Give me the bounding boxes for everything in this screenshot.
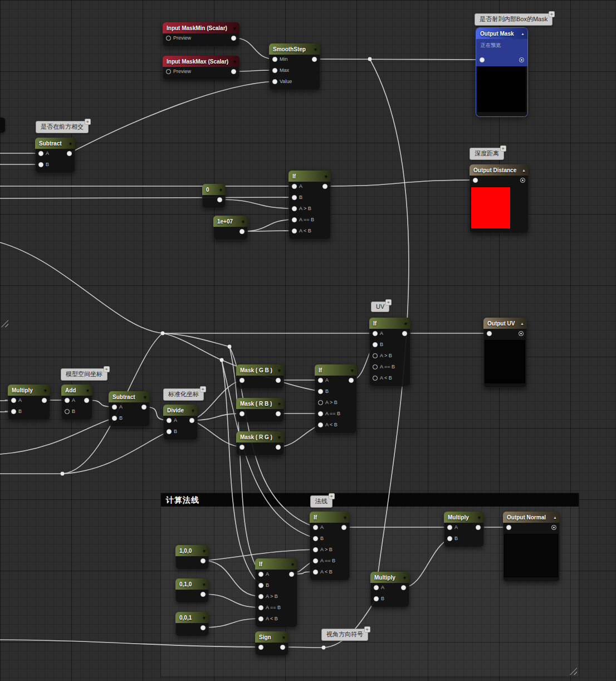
input-pin[interactable]	[65, 398, 70, 403]
node-header[interactable]: Multiply▼	[8, 385, 50, 396]
input-pin[interactable]	[167, 418, 172, 423]
output-pin[interactable]	[519, 57, 524, 62]
input-pin[interactable]	[373, 364, 378, 369]
input-pin[interactable]	[239, 378, 245, 383]
node-maskmax[interactable]: Input MaskMax (Scalar)▼Preview	[163, 56, 239, 80]
input-pin[interactable]	[65, 409, 70, 414]
node-sub1[interactable]: Subtract▼AB	[35, 138, 75, 173]
node-header[interactable]: If▼	[310, 512, 350, 523]
node-header[interactable]: Sign▼	[255, 631, 289, 643]
output-pin[interactable]	[276, 378, 281, 383]
node-smoothstep[interactable]: SmoothStep▼MinMaxValue	[269, 43, 320, 90]
node-c001[interactable]: 0,0,1▼	[175, 612, 209, 636]
output-pin[interactable]	[276, 411, 281, 416]
output-pin[interactable]	[231, 69, 236, 74]
wire[interactable]	[70, 81, 275, 153]
output-pin[interactable]	[67, 151, 72, 156]
dropdown-arrow-icon[interactable]: ▼	[343, 515, 347, 519]
output-pin[interactable]	[476, 525, 481, 530]
node-mult2[interactable]: Multiply▼AB	[444, 512, 484, 547]
input-pin[interactable]	[38, 162, 43, 167]
dropdown-arrow-icon[interactable]: ▼	[314, 47, 317, 51]
input-pin[interactable]	[487, 331, 492, 336]
output-pin[interactable]	[231, 36, 236, 41]
dropdown-arrow-icon[interactable]: ▼	[202, 549, 206, 553]
dropdown-arrow-icon[interactable]: ▼	[403, 576, 407, 580]
input-pin[interactable]	[258, 645, 263, 650]
input-pin[interactable]	[318, 400, 323, 405]
input-pin[interactable]	[473, 178, 478, 183]
wire[interactable]	[62, 431, 169, 474]
node-mult3[interactable]: Multiply▼AB	[370, 572, 409, 607]
comment-bubble[interactable]: 标准化坐标✳	[163, 388, 204, 401]
node-mrb[interactable]: Mask ( R B )▼	[236, 398, 284, 422]
input-pin[interactable]	[447, 525, 452, 530]
node-header[interactable]: 1e+07▼	[213, 216, 248, 227]
input-pin[interactable]	[272, 57, 277, 62]
graph-canvas[interactable]: 计算法线 Input MaskMin (Scalar)▼PreviewInput…	[0, 0, 616, 681]
comment-bubble[interactable]: UV✳	[371, 301, 389, 312]
node-c0[interactable]: 0▼	[202, 184, 226, 208]
node-header[interactable]: If▼	[315, 364, 357, 376]
input-pin[interactable]	[373, 342, 378, 347]
output-pin[interactable]	[141, 405, 146, 410]
input-pin[interactable]	[373, 331, 378, 336]
input-pin[interactable]	[11, 409, 16, 414]
input-pin[interactable]	[447, 536, 452, 541]
output-pin[interactable]	[312, 57, 317, 62]
input-pin[interactable]	[258, 616, 263, 621]
wire[interactable]	[242, 231, 295, 231]
node-header[interactable]: 0,0,1▼	[175, 612, 209, 623]
input-pin[interactable]	[313, 570, 318, 575]
input-pin[interactable]	[272, 68, 277, 73]
dropdown-arrow-icon[interactable]: ▼	[233, 60, 237, 64]
comment-box-title[interactable]: 计算法线	[161, 493, 579, 507]
output-pin[interactable]	[520, 178, 525, 183]
output-pin[interactable]	[401, 585, 406, 590]
input-pin[interactable]	[239, 411, 245, 416]
output-pin[interactable]	[201, 625, 206, 630]
dropdown-arrow-icon[interactable]: ▼	[219, 188, 223, 192]
wire[interactable]	[0, 418, 115, 454]
dropdown-arrow-icon[interactable]: ▼	[86, 388, 90, 392]
reroute-dot[interactable]	[161, 332, 165, 335]
node-header[interactable]: Subtract▼	[109, 391, 150, 402]
input-pin[interactable]	[318, 389, 323, 394]
input-pin[interactable]	[166, 69, 171, 74]
node-header[interactable]: Output Mask▲	[476, 28, 527, 39]
node-mrg[interactable]: Mask ( R G )▼	[236, 431, 284, 456]
input-pin[interactable]	[11, 398, 16, 403]
node-header[interactable]: SmoothStep▼	[269, 43, 320, 55]
node-maskmin[interactable]: Input MaskMin (Scalar)▼Preview	[163, 22, 239, 47]
node-outdist[interactable]: Output Distance▲	[470, 164, 529, 234]
node-outnorm[interactable]: Output Normal▲	[503, 512, 560, 582]
collapse-arrow-icon[interactable]: ▲	[520, 322, 524, 325]
node-header[interactable]: If▼	[255, 558, 297, 570]
input-pin[interactable]	[373, 353, 378, 358]
wire[interactable]	[192, 414, 242, 420]
wire[interactable]	[0, 242, 163, 333]
node-outuv[interactable]: Output UV▲	[483, 318, 527, 388]
output-pin[interactable]	[280, 645, 285, 650]
input-pin[interactable]	[167, 429, 172, 434]
node-header[interactable]: Multiply▼	[370, 572, 409, 583]
node-header[interactable]: Divide▼	[163, 405, 198, 416]
input-pin[interactable]	[292, 184, 297, 189]
output-pin[interactable]	[84, 398, 89, 403]
input-pin[interactable]	[318, 378, 323, 383]
node-sub2[interactable]: Subtract▼AB	[109, 391, 150, 427]
dropdown-arrow-icon[interactable]: ▼	[477, 515, 481, 519]
comment-resize-grip-left[interactable]	[1, 320, 8, 327]
wire[interactable]	[163, 333, 222, 360]
node-header[interactable]: 0▼	[202, 184, 226, 195]
node-sign1[interactable]: Sign▼	[255, 631, 289, 656]
comment-bubble[interactable]: 是否在前方相交✳	[36, 121, 89, 133]
offscreen-node-sliver[interactable]	[0, 118, 5, 133]
node-if2[interactable]: If▼ABA > BA == BA < B	[315, 364, 357, 434]
wire[interactable]	[220, 200, 295, 208]
input-pin[interactable]	[318, 411, 323, 416]
dropdown-arrow-icon[interactable]: ▼	[69, 142, 72, 145]
output-pin[interactable]	[217, 197, 222, 202]
input-pin[interactable]	[318, 422, 323, 427]
output-pin[interactable]	[239, 229, 245, 234]
